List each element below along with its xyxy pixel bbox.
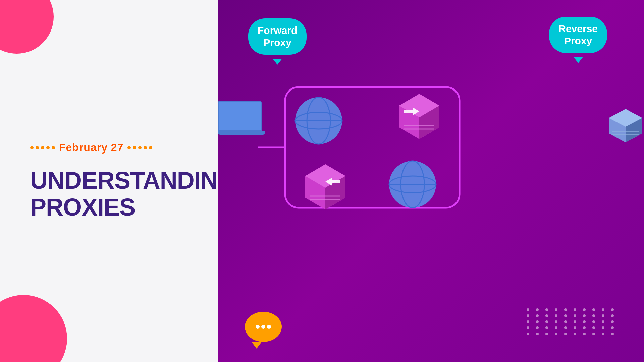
server-top-right	[399, 94, 439, 139]
dots-pattern	[527, 308, 617, 335]
dot	[36, 146, 39, 149]
laptop-base	[218, 131, 265, 135]
dot	[138, 146, 142, 149]
dot	[30, 146, 34, 149]
dot	[127, 146, 131, 149]
chat-dot	[256, 325, 260, 329]
dot	[144, 146, 147, 149]
chat-dot	[261, 325, 265, 329]
network-svg	[258, 67, 493, 228]
globe-bottom-right	[389, 161, 436, 208]
dot	[52, 146, 55, 149]
globe-top-left	[295, 97, 342, 144]
main-title: UNDERSTANDING PROXIES	[30, 167, 218, 220]
dot	[41, 146, 44, 149]
dots-left	[30, 146, 55, 149]
chat-dot	[267, 325, 271, 329]
laptop-screen	[218, 101, 262, 131]
server-bottom-left	[305, 164, 345, 209]
reverse-proxy-bubble: Reverse Proxy	[549, 17, 607, 53]
decorative-circle-top	[0, 0, 54, 54]
date-line: February 27	[30, 141, 218, 154]
date-text: February 27	[59, 141, 123, 154]
chat-bubble	[245, 312, 282, 342]
forward-proxy-label: Forward Proxy	[258, 25, 297, 48]
chat-bubble-body	[245, 312, 282, 342]
forward-proxy-bubble: Forward Proxy	[248, 18, 307, 55]
left-panel: February 27 UNDERSTANDING PROXIES	[0, 0, 218, 362]
dot	[46, 146, 50, 149]
dot	[133, 146, 136, 149]
dot	[149, 146, 152, 149]
decorative-circle-bottom	[0, 295, 67, 362]
dots-right	[127, 146, 152, 149]
right-server-icon	[604, 107, 644, 144]
laptop-icon	[218, 101, 265, 141]
chat-bubble-dots	[256, 325, 271, 329]
right-panel: Forward Proxy Reverse Proxy	[218, 0, 644, 362]
network-diagram	[258, 67, 493, 228]
reverse-proxy-label: Reverse Proxy	[558, 23, 598, 46]
